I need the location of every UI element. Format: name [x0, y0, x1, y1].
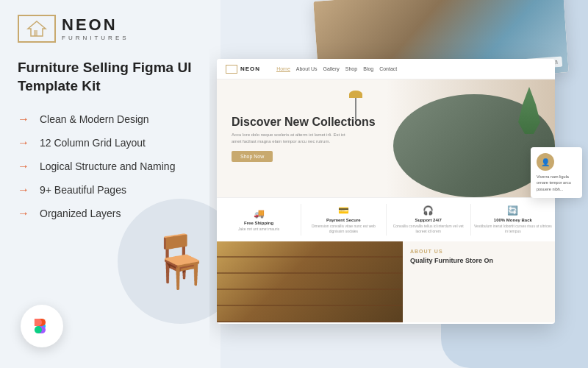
feature-payment: 💳 Payment Secure Dimension convallis vit… [301, 204, 386, 236]
svg-rect-1 [34, 30, 37, 36]
review-text: Viverra nam ligula ornare tempor arcu po… [537, 174, 576, 192]
arrow-icon: → [18, 207, 32, 220]
feature-moneyback-title: 100% Money Back [494, 218, 532, 222]
list-item: → Logical Structure and Naming [18, 160, 203, 173]
lamp-head [349, 91, 362, 98]
nav-blog: Blog [363, 66, 373, 72]
hero-text: Discover New Collections Accu lore dolo … [232, 115, 376, 162]
nav-gallery: Gallery [323, 66, 340, 72]
feature-support-text: Convallis convallis tellus id interdum v… [390, 224, 467, 234]
feature-support-title: Support 24/7 [415, 218, 441, 222]
arrow-icon: → [18, 113, 32, 126]
feature-payment-title: Payment Secure [326, 218, 361, 222]
feature-shipping-title: Free Shipping [244, 221, 273, 225]
feature-support: 🎧 Support 24/7 Convallis convallis tellu… [387, 204, 471, 236]
logo-text-area: NEON FURNITURES [62, 17, 129, 41]
logo-box [18, 15, 56, 43]
left-panel: NEON FURNITURES Furniture Selling Figma … [0, 0, 220, 368]
nav-home: Home [276, 66, 290, 72]
mockup-bottom: About Us Quality Furniture Store On [217, 241, 555, 322]
mockup-brand-name: NEON [240, 66, 260, 72]
reviewer-avatar: 👤 [537, 153, 554, 171]
list-item: → 9+ Beautiful Pages [18, 183, 203, 197]
mockup-hero: Discover New Collections Accu lore dolo … [217, 79, 555, 197]
feature-shipping-text: Jake mri unt amet mauris [238, 227, 279, 232]
list-item: → Clean & Modern Design [18, 113, 203, 126]
figma-button[interactable] [21, 305, 63, 347]
nav-about: About Us [296, 66, 318, 72]
mockup-navbar: NEON Home About Us Gallery Shop Blog Con… [217, 59, 555, 79]
hero-title: Discover New Collections [232, 115, 376, 129]
shop-now-button[interactable]: Shop Now [232, 151, 273, 162]
figma-icon [30, 314, 54, 338]
nav-shop: Shop [345, 66, 357, 72]
feature-label: Organized Layers [40, 208, 121, 219]
feature-label: Logical Structure and Naming [40, 160, 175, 172]
feature-payment-text: Dimension convallis vitae nunc est web d… [304, 224, 382, 234]
bottom-left-image [217, 241, 403, 322]
arrow-icon: → [18, 136, 32, 149]
mockup-features-row: 🚚 Free Shipping Jake mri unt amet mauris… [217, 197, 555, 241]
brand-sub: FURNITURES [62, 35, 129, 41]
main-mockup: NEON Home About Us Gallery Shop Blog Con… [217, 59, 555, 324]
brand-name: NEON [62, 17, 129, 33]
right-section: Furniture Store On NEON Home About Us Ga… [209, 0, 588, 368]
shipping-icon: 🚚 [254, 208, 265, 219]
mockup-nav-links: Home About Us Gallery Shop Blog Contact [276, 66, 397, 72]
bottom-right-text: About Us Quality Furniture Store On [403, 241, 555, 322]
house-icon [26, 20, 47, 38]
quality-text: Quality Furniture Store On [410, 257, 548, 266]
mockup-logo-box [226, 65, 237, 74]
feature-label: 12 Column Grid Layout [40, 137, 146, 149]
arrow-icon: → [18, 160, 32, 173]
logo-area: NEON FURNITURES [18, 15, 203, 43]
feature-label: Clean & Modern Design [40, 113, 149, 125]
arrow-icon: → [18, 183, 32, 197]
shelves-decoration [217, 241, 403, 322]
chair-image: 🪑 [148, 231, 212, 291]
mockup-logo: NEON [226, 65, 260, 74]
nav-contact: Contact [379, 66, 397, 72]
kit-title: Furniture Selling Figma UI Template Kit [18, 59, 203, 95]
support-icon: 🎧 [423, 205, 434, 216]
feature-shipping: 🚚 Free Shipping Jake mri unt amet mauris [217, 204, 301, 236]
side-review-card: 👤 Viverra nam ligula ornare tempor arcu … [531, 147, 582, 198]
payment-icon: 💳 [338, 205, 349, 216]
about-us-label: About Us [410, 249, 548, 254]
hero-subtitle: Accu lore dolo neque sceleris at alterm … [232, 132, 349, 145]
feature-label: 9+ Beautiful Pages [40, 184, 126, 196]
feature-moneyback: 🔄 100% Money Back Vestibulum inerat lobo… [471, 204, 555, 236]
moneyback-icon: 🔄 [507, 205, 518, 216]
feature-moneyback-text: Vestibulum inerat lobortit curses risus … [474, 224, 552, 234]
list-item: → 12 Column Grid Layout [18, 136, 203, 149]
